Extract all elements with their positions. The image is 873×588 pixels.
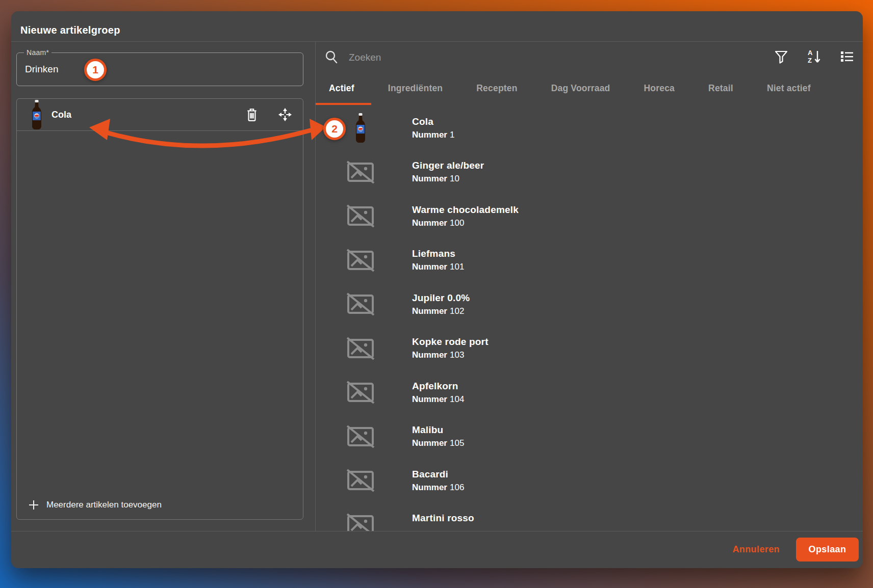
article-number: Nummer10	[412, 174, 484, 184]
tab-horeca[interactable]: Horeca	[627, 71, 692, 105]
article-number-value: 103	[450, 350, 464, 360]
name-field: Naam*	[16, 52, 303, 86]
article-number: Nummer100	[412, 218, 519, 228]
article-row-bacardi[interactable]: Bacardi Nummer106	[316, 459, 863, 503]
annotation-step-2-badge: 2	[323, 118, 346, 140]
dialog-title: Nieuwe artikelgroep	[20, 24, 120, 36]
article-number-label: Nummer	[412, 130, 447, 140]
tab-dag-voorraad[interactable]: Dag Voorraad	[534, 71, 627, 105]
tab-label: Retail	[708, 83, 733, 94]
article-image	[346, 113, 375, 143]
article-list: Cola Nummer1 Ginger ale/beer Nummer10	[316, 106, 863, 531]
article-row-malibu[interactable]: Malibu Nummer105	[316, 415, 863, 459]
tab-recepten[interactable]: Recepten	[459, 71, 534, 105]
move-icon	[277, 107, 293, 122]
trash-icon	[245, 108, 259, 122]
article-text: Liefmans Nummer101	[412, 248, 464, 272]
article-number-label: Nummer	[412, 394, 447, 404]
article-number-label: Nummer	[412, 174, 447, 183]
tab-label: Ingrediënten	[388, 83, 443, 94]
group-items-list: Cola	[17, 99, 303, 131]
article-text: Malibu Nummer105	[412, 424, 464, 448]
article-row-kopke-rode-port[interactable]: Kopke rode port Nummer103	[316, 327, 863, 371]
dialog-footer: Annuleren Opslaan	[11, 531, 863, 568]
article-text: Ginger ale/beer Nummer10	[412, 160, 484, 184]
broken-image-icon	[346, 425, 375, 448]
article-name: Jupiler 0.0%	[412, 292, 470, 304]
pepsi-bottle-image	[31, 100, 43, 129]
article-text: Jupiler 0.0% Nummer102	[412, 292, 470, 316]
article-image	[346, 333, 375, 364]
tab-label: Dag Voorraad	[551, 83, 610, 94]
article-row-ginger-ale-beer[interactable]: Ginger ale/beer Nummer10	[316, 150, 863, 195]
move-item-handle[interactable]	[277, 107, 293, 122]
article-text: Cola Nummer1	[412, 116, 454, 140]
article-name: Martini rosso	[412, 513, 474, 524]
article-image	[346, 510, 375, 531]
broken-image-icon	[346, 249, 375, 272]
delete-item-button[interactable]	[245, 108, 259, 122]
article-number-value: 1	[450, 130, 454, 140]
tab-niet-actief[interactable]: Niet actief	[750, 71, 828, 105]
article-name: Ginger ale/beer	[412, 160, 484, 171]
article-number-value: 104	[450, 394, 464, 404]
article-row-apfelkorn[interactable]: Apfelkorn Nummer104	[316, 370, 863, 415]
title-divider	[11, 41, 863, 42]
article-row-martini-rosso[interactable]: Martini rosso	[316, 503, 863, 531]
new-article-group-dialog: Nieuwe artikelgroep Naam* Cola	[11, 11, 863, 568]
view-list-icon	[839, 48, 855, 65]
view-list-button[interactable]	[839, 48, 855, 65]
tab-active-underline	[534, 103, 627, 105]
article-name: Cola	[412, 116, 454, 127]
plus-icon	[28, 499, 39, 511]
tab-ingredi-nten[interactable]: Ingrediënten	[371, 71, 459, 105]
article-row-warme-chocolademelk[interactable]: Warme chocolademelk Nummer100	[316, 194, 863, 238]
article-row-jupiler-0-0-[interactable]: Jupiler 0.0% Nummer102	[316, 282, 863, 327]
annotation-step-1-badge: 1	[84, 59, 107, 81]
broken-image-icon	[346, 337, 375, 360]
tab-active-underline	[691, 103, 750, 105]
article-number-label: Nummer	[412, 218, 447, 228]
sort-az-icon: A Z	[806, 48, 823, 65]
article-name: Bacardi	[412, 469, 464, 480]
search-input[interactable]	[348, 48, 768, 67]
broken-image-icon	[346, 292, 375, 316]
article-number: Nummer102	[412, 306, 470, 316]
article-image	[346, 201, 375, 231]
article-text: Warme chocolademelk Nummer100	[412, 204, 519, 228]
tab-active-underline	[371, 103, 459, 105]
broken-image-icon	[346, 513, 375, 531]
article-row-cola[interactable]: Cola Nummer1	[316, 106, 863, 150]
article-number	[412, 526, 474, 531]
add-multiple-articles-button[interactable]: Meerdere artikelen toevoegen	[25, 499, 165, 511]
article-number-label: Nummer	[412, 350, 447, 360]
tabs: Actief Ingrediënten Recepten Dag Voorraa…	[316, 71, 863, 105]
tab-retail[interactable]: Retail	[691, 71, 750, 105]
article-number-label: Nummer	[412, 306, 447, 316]
article-text: Martini rosso	[412, 513, 474, 531]
article-name: Apfelkorn	[412, 381, 464, 392]
tab-actief[interactable]: Actief	[316, 71, 371, 105]
article-number: Nummer1	[412, 130, 454, 140]
article-number: Nummer101	[412, 262, 464, 272]
group-item-image	[30, 100, 43, 129]
save-button[interactable]: Opslaan	[796, 538, 859, 562]
article-number-value: 102	[450, 306, 464, 316]
cancel-button[interactable]: Annuleren	[729, 544, 783, 555]
article-text: Bacardi Nummer106	[412, 469, 464, 493]
article-text: Apfelkorn Nummer104	[412, 381, 464, 405]
group-item-row[interactable]: Cola	[17, 99, 303, 131]
search-icon	[323, 49, 340, 65]
article-name: Warme chocolademelk	[412, 204, 519, 216]
article-number-label: Nummer	[412, 262, 447, 272]
sort-button[interactable]: A Z	[806, 48, 823, 65]
article-row-liefmans[interactable]: Liefmans Nummer101	[316, 238, 863, 283]
article-number: Nummer105	[412, 438, 464, 448]
name-input[interactable]	[25, 53, 219, 86]
article-image	[346, 157, 375, 188]
tab-active-underline	[459, 103, 534, 105]
broken-image-icon	[346, 204, 375, 228]
tab-active-underline	[316, 103, 371, 105]
article-number-value: 106	[450, 483, 464, 492]
filter-button[interactable]	[773, 48, 789, 65]
